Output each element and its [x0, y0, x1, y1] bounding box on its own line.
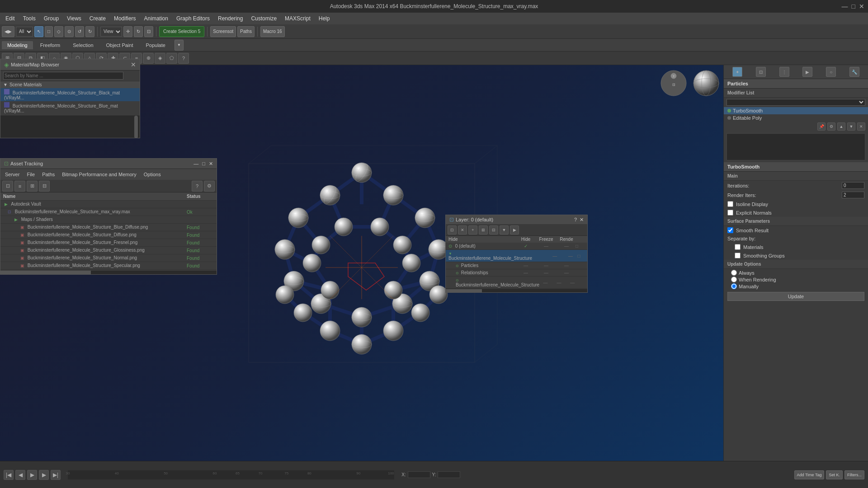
- tab-populate[interactable]: Populate: [140, 41, 170, 49]
- asset-menu-paths[interactable]: Paths: [39, 171, 57, 178]
- play-btn[interactable]: ▶: [27, 470, 37, 480]
- asset-config[interactable]: ⚙: [204, 181, 215, 192]
- layer-scroll-thumb[interactable]: [446, 289, 482, 293]
- paths-btn[interactable]: Paths: [237, 26, 255, 37]
- select-lasso[interactable]: ⊙: [65, 26, 74, 37]
- panel-icon-create[interactable]: ✦: [732, 67, 742, 77]
- set-key-btn[interactable]: Set K.: [826, 470, 843, 479]
- tool-13[interactable]: ⊕: [143, 53, 154, 64]
- tab-dropdown[interactable]: ▼: [175, 40, 184, 51]
- asset-row-maps[interactable]: ▶ Maps / Shaders: [0, 216, 217, 224]
- prev-frame-btn[interactable]: |◀: [4, 470, 14, 480]
- asset-row-normal[interactable]: ▣ Buckminsterfullerene_Molecule_Structur…: [0, 254, 217, 262]
- material-item-1[interactable]: Buckminsterfullerene_Molecule_Structure_…: [0, 101, 140, 114]
- redo-btn[interactable]: ↻: [85, 26, 94, 37]
- layer-tool-1[interactable]: ⊡: [448, 225, 457, 235]
- asset-tb-4[interactable]: ⊟: [39, 181, 50, 192]
- view-select[interactable]: View: [100, 27, 122, 37]
- menu-edit[interactable]: Edit: [2, 14, 19, 23]
- when-rendering-radio[interactable]: [731, 277, 737, 282]
- filters-btn[interactable]: Filters...: [844, 470, 864, 479]
- panel-icon-display[interactable]: ○: [826, 67, 836, 77]
- asset-menu-options[interactable]: Options: [141, 171, 164, 178]
- prev-key-btn[interactable]: ◀: [15, 470, 25, 480]
- modifier-down[interactable]: ▼: [847, 122, 855, 131]
- asset-menu-bitmap[interactable]: Bitmap Performance and Memory: [59, 171, 139, 178]
- select-filter[interactable]: All: [16, 27, 33, 37]
- nav-cube[interactable]: T ⊡: [660, 70, 687, 97]
- explicit-normals-checkbox[interactable]: [727, 210, 733, 216]
- always-radio[interactable]: [731, 270, 737, 276]
- layer-close[interactable]: ✕: [580, 217, 584, 223]
- layer-tool-5[interactable]: ▼: [500, 225, 509, 235]
- asset-row-specular[interactable]: ▣ Buckminsterfullerene_Molecule_Structur…: [0, 262, 217, 270]
- move-tool[interactable]: ✛: [123, 26, 132, 37]
- asset-row-fresnel[interactable]: ▣ Buckminsterfullerene_Molecule_Structur…: [0, 239, 217, 247]
- next-key-btn[interactable]: ▶: [39, 470, 49, 480]
- asset-scroll-thumb[interactable]: [0, 271, 91, 274]
- panel-icon-hierarchy[interactable]: ⋮: [779, 67, 789, 77]
- layer-row-molecule-sub[interactable]: ⊙ Buckminsterfullerene_Molecule_Structur…: [446, 277, 587, 289]
- asset-maximize[interactable]: □: [202, 161, 205, 167]
- x-coord-input[interactable]: [408, 471, 430, 478]
- modifier-editable-poly[interactable]: Editable Poly: [724, 114, 868, 122]
- add-time-tag-btn[interactable]: Add Time Tag: [794, 470, 825, 479]
- asset-minimize[interactable]: —: [193, 161, 198, 167]
- menu-rendering[interactable]: Rendering: [214, 14, 246, 23]
- materials-checkbox[interactable]: [735, 244, 741, 250]
- layer-tool-6[interactable]: ▶: [510, 225, 519, 235]
- asset-close[interactable]: ✕: [209, 161, 213, 167]
- scale-tool[interactable]: ⊡: [144, 26, 153, 37]
- panel-icon-utilities[interactable]: 🔧: [849, 67, 859, 77]
- select-fence[interactable]: ◇: [54, 26, 63, 37]
- asset-scrollbar[interactable]: [0, 271, 217, 274]
- tab-modeling[interactable]: Modeling: [2, 41, 33, 49]
- menu-modifiers[interactable]: Modifiers: [110, 14, 140, 23]
- asset-row-diffuse[interactable]: ▣ Buckminsterfullerene_Molecule_Structur…: [0, 231, 217, 239]
- modifier-dropdown[interactable]: [726, 99, 865, 106]
- menu-customize[interactable]: Customize: [247, 14, 280, 23]
- asset-menu-server[interactable]: Server: [2, 171, 22, 178]
- manually-radio[interactable]: [731, 283, 737, 289]
- select-tool[interactable]: ↖: [34, 26, 43, 37]
- menu-animation[interactable]: Animation: [141, 14, 172, 23]
- create-selection-button[interactable]: Create Selection 5: [159, 26, 204, 37]
- layer-tool-delete[interactable]: ✕: [458, 225, 467, 235]
- next-frame-btn[interactable]: ▶|: [51, 470, 61, 480]
- tb-mode-btn[interactable]: ◀▶: [2, 26, 14, 37]
- menu-create[interactable]: Create: [86, 14, 109, 23]
- menu-maxscript[interactable]: MAXScript: [281, 14, 314, 23]
- asset-tb-2[interactable]: ≡: [14, 181, 25, 192]
- layer-row-molecule-structure[interactable]: ▼ Buckminsterfullerene_Molecule_Structur…: [446, 250, 587, 262]
- render-iters-input[interactable]: [842, 192, 864, 198]
- material-panel-close[interactable]: ✕: [131, 61, 136, 68]
- layer-tool-4[interactable]: ⊟: [489, 225, 498, 235]
- modifier-delete[interactable]: ✕: [857, 122, 865, 131]
- menu-group[interactable]: Group: [40, 14, 62, 23]
- panel-icon-motion[interactable]: ▶: [802, 67, 812, 77]
- iterations-input[interactable]: [842, 182, 864, 189]
- macro-btn[interactable]: Macro 16: [260, 26, 285, 37]
- select-region[interactable]: □: [45, 26, 53, 37]
- tab-selection[interactable]: Selection: [67, 41, 99, 49]
- timeline-track[interactable]: 30 40 50 60 65 70 75 80 90 100: [68, 470, 394, 479]
- material-scrollbar[interactable]: [134, 116, 138, 138]
- modifier-up[interactable]: ▲: [837, 122, 845, 131]
- asset-menu-file[interactable]: File: [24, 171, 38, 178]
- asset-row-blue-diffuse[interactable]: ▣ Buckminsterfullerene_Molecule_Structur…: [0, 224, 217, 231]
- always-option[interactable]: Always: [731, 270, 861, 276]
- asset-tb-1[interactable]: ⊡: [2, 181, 13, 192]
- layer-row-relationships[interactable]: ⊙ Relationships — — —: [446, 269, 587, 277]
- smoothing-groups-checkbox[interactable]: [735, 253, 741, 258]
- asset-tb-3[interactable]: ⊞: [27, 181, 38, 192]
- asset-row-glossiness[interactable]: ▣ Buckminsterfullerene_Molecule_Structur…: [0, 247, 217, 254]
- asset-help[interactable]: ?: [192, 181, 203, 192]
- manually-option[interactable]: Manually: [731, 283, 861, 289]
- layer-row-default[interactable]: ⊙ 0 (default) ✓ — — □: [446, 243, 587, 250]
- tool-15[interactable]: ⬠: [166, 53, 177, 64]
- asset-row-vault[interactable]: ▶ Autodesk Vault: [0, 201, 217, 208]
- screenshot-btn[interactable]: Screensot: [210, 26, 236, 37]
- menu-graph-editors[interactable]: Graph Editors: [173, 14, 213, 23]
- modifier-config[interactable]: ⚙: [827, 122, 835, 131]
- menu-tools[interactable]: Tools: [19, 14, 39, 23]
